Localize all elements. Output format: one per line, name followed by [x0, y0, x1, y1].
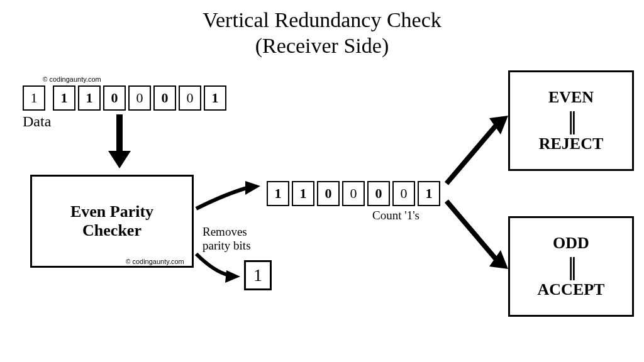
checker-line-1: Even Parity: [70, 202, 153, 221]
odd-accept-box: ODD || ACCEPT: [508, 216, 634, 317]
input-bits-row: 11100001: [23, 85, 229, 111]
bit-cell: 1: [267, 181, 289, 206]
reject-label: REJECT: [539, 134, 604, 153]
bit-cell: 1: [418, 181, 440, 206]
checker-line-2: Checker: [82, 221, 142, 240]
equals-icon: ||: [568, 109, 574, 132]
arrow-to-parity-icon: [195, 253, 245, 284]
svg-line-6: [447, 201, 497, 260]
removes-line-2: parity bits: [203, 239, 251, 252]
data-label: Data: [23, 113, 51, 130]
bit-cell: 1: [53, 85, 75, 111]
credit-bottom: © codingaunty.com: [126, 258, 184, 265]
equals-icon: ||: [568, 255, 574, 278]
parity-bit-value: 1: [253, 265, 262, 285]
bit-cell: 1: [23, 85, 45, 111]
bit-cell: 0: [128, 85, 151, 111]
output-bits-row: 1100001: [267, 181, 443, 206]
credit-text: codingaunty.com: [49, 75, 101, 83]
title-line-1: Vertical Redundancy Check: [203, 8, 441, 31]
credit-top: © codingaunty.com: [43, 75, 101, 83]
removes-label: Removes parity bits: [203, 225, 251, 253]
arrow-to-odd-icon: [444, 197, 513, 273]
even-label: EVEN: [548, 88, 594, 107]
accept-label: ACCEPT: [538, 280, 605, 299]
odd-label: ODD: [553, 234, 589, 253]
bit-cell: 1: [292, 181, 314, 206]
bit-cell: 0: [153, 85, 176, 111]
arrow-down-icon: [107, 114, 132, 171]
bit-cell: 0: [367, 181, 390, 206]
copyright-icon: ©: [43, 76, 47, 83]
svg-line-4: [447, 124, 497, 184]
parity-checker-box: Even Parity Checker: [30, 175, 194, 268]
bit-cell: 1: [78, 85, 101, 111]
bit-cell: 0: [317, 181, 340, 206]
bit-cell: 0: [392, 181, 415, 206]
svg-marker-3: [245, 181, 260, 195]
bit-cell: 1: [204, 85, 226, 111]
diagram-title: Vertical Redundancy Check (Receiver Side…: [0, 8, 644, 59]
removes-line-1: Removes: [203, 225, 247, 238]
even-reject-box: EVEN || REJECT: [508, 70, 634, 171]
count-label: Count '1's: [372, 209, 419, 222]
bit-cell: 0: [103, 85, 126, 111]
arrow-to-even-icon: [444, 113, 513, 189]
bit-cell: 0: [342, 181, 365, 206]
parity-bit-box: 1: [244, 260, 272, 290]
title-line-2: (Receiver Side): [255, 34, 389, 57]
credit-text: codingaunty.com: [132, 258, 184, 265]
copyright-icon: ©: [126, 258, 130, 265]
svg-marker-2: [225, 270, 240, 283]
svg-marker-1: [108, 151, 131, 168]
bit-cell: 0: [179, 85, 201, 111]
arrow-to-output-icon: [195, 181, 264, 212]
